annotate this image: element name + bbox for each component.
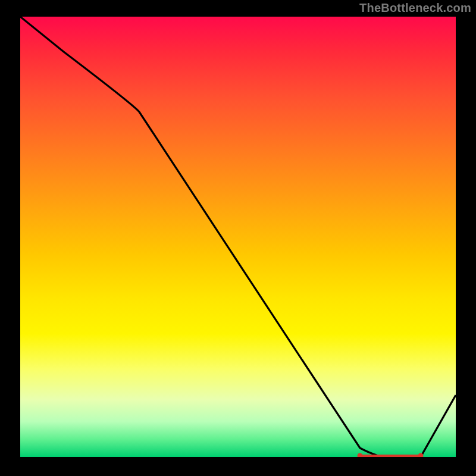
- marker-start-dot: [358, 453, 363, 458]
- chart-frame: TheBottleneck.com: [0, 0, 476, 476]
- curve-path: [20, 17, 456, 457]
- watermark-text: TheBottleneck.com: [359, 1, 471, 15]
- plot-area: [20, 17, 456, 457]
- line-chart-svg: [20, 17, 456, 457]
